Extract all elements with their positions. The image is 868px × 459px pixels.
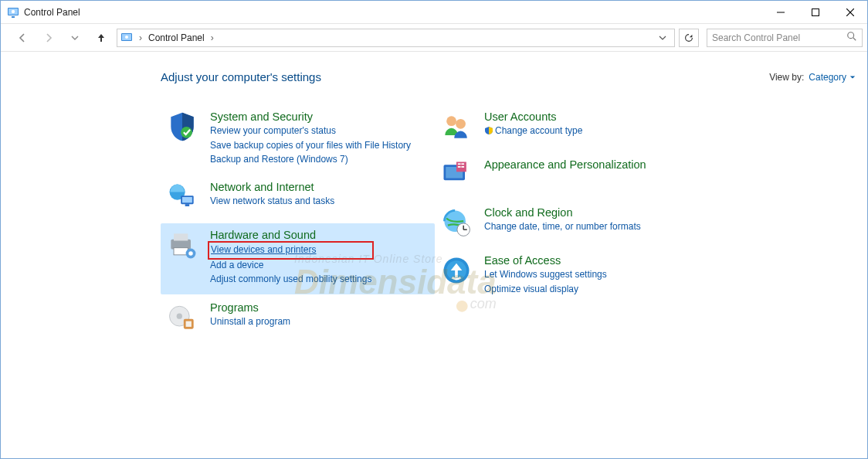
- svg-rect-18: [171, 240, 191, 250]
- search-box[interactable]: [707, 29, 863, 47]
- svg-rect-33: [461, 163, 464, 165]
- category-title[interactable]: Programs: [210, 301, 290, 314]
- svg-point-22: [188, 252, 193, 257]
- svg-rect-3: [12, 16, 15, 18]
- svg-point-24: [177, 313, 182, 318]
- svg-line-12: [853, 38, 856, 41]
- close-button[interactable]: [832, 1, 867, 24]
- svg-rect-16: [182, 197, 192, 202]
- svg-rect-17: [185, 204, 190, 206]
- svg-rect-26: [186, 321, 192, 326]
- task-link[interactable]: Save backup copies of your files with Fi…: [210, 139, 411, 152]
- svg-point-27: [446, 116, 456, 126]
- task-link-highlighted[interactable]: View devices and printers: [210, 243, 371, 257]
- svg-rect-15: [181, 196, 194, 204]
- task-link[interactable]: Add a device: [210, 259, 371, 272]
- viewby-dropdown[interactable]: Category: [809, 72, 856, 83]
- svg-point-23: [170, 306, 190, 326]
- viewby-label: View by:: [769, 72, 804, 83]
- minimize-button[interactable]: [763, 1, 798, 24]
- search-icon[interactable]: [846, 31, 857, 44]
- titlebar: Control Panel: [1, 1, 867, 24]
- back-button[interactable]: [12, 27, 33, 49]
- breadcrumb[interactable]: Control Panel: [148, 32, 205, 43]
- search-input[interactable]: [712, 32, 842, 43]
- task-link[interactable]: Change account type: [484, 124, 582, 138]
- control-panel-icon: [7, 6, 19, 19]
- svg-rect-19: [174, 234, 188, 241]
- category-title[interactable]: Clock and Region: [484, 206, 641, 219]
- task-link[interactable]: Change date, time, or number formats: [484, 220, 641, 233]
- svg-rect-5: [812, 8, 819, 15]
- task-link[interactable]: Review your computer's status: [210, 124, 411, 138]
- category-user-accounts: User Accounts Change account type: [435, 105, 709, 151]
- programs-icon[interactable]: [165, 301, 199, 335]
- category-title[interactable]: Ease of Access: [484, 253, 607, 267]
- category-ease-of-access: Ease of Access Let Windows suggest setti…: [435, 249, 709, 304]
- svg-rect-34: [458, 166, 461, 168]
- svg-line-6: [846, 8, 854, 16]
- page-title: Adjust your computer's settings: [161, 70, 321, 83]
- svg-rect-35: [461, 166, 464, 168]
- category-clock-region: Clock and Region Change date, time, or n…: [435, 201, 709, 247]
- svg-point-11: [848, 32, 854, 39]
- printer-icon[interactable]: [165, 228, 199, 262]
- chevron-right-icon[interactable]: ›: [139, 32, 142, 43]
- maximize-button[interactable]: [798, 1, 832, 24]
- svg-rect-31: [456, 162, 466, 172]
- svg-rect-1: [8, 8, 18, 15]
- svg-rect-8: [121, 33, 132, 41]
- category-appearance-personalization: Appearance and Personalization: [435, 153, 709, 199]
- task-link[interactable]: Let Windows suggest settings: [484, 268, 607, 281]
- viewby-value: Category: [809, 72, 846, 83]
- user-accounts-icon[interactable]: [439, 110, 473, 144]
- svg-point-37: [457, 223, 470, 236]
- svg-rect-20: [174, 248, 188, 255]
- forward-button[interactable]: [38, 27, 59, 49]
- category-hardware-sound: Hardware and Sound View devices and prin…: [161, 223, 435, 294]
- task-link[interactable]: View network status and tasks: [210, 195, 334, 208]
- refresh-button[interactable]: [679, 29, 699, 47]
- ease-of-access-icon[interactable]: [439, 253, 473, 287]
- svg-point-40: [444, 258, 470, 284]
- task-link[interactable]: Optimize visual display: [484, 283, 607, 296]
- address-dropdown[interactable]: [654, 29, 671, 46]
- svg-point-14: [170, 185, 185, 200]
- category-title[interactable]: User Accounts: [484, 110, 582, 124]
- svg-point-2: [12, 9, 15, 12]
- clock-globe-icon[interactable]: [439, 206, 473, 240]
- svg-rect-29: [444, 165, 466, 180]
- navbar: › Control Panel ›: [1, 24, 867, 52]
- svg-point-21: [186, 249, 196, 259]
- chevron-right-icon[interactable]: ›: [211, 32, 214, 43]
- task-link[interactable]: Uninstall a program: [210, 315, 290, 328]
- svg-point-41: [446, 260, 466, 280]
- control-panel-icon-small: [120, 32, 133, 44]
- svg-rect-30: [446, 167, 463, 178]
- category-programs: Programs Uninstall a program: [161, 296, 435, 342]
- address-bar[interactable]: › Control Panel ›: [117, 29, 675, 47]
- svg-point-13: [181, 127, 192, 138]
- uac-shield-icon: [484, 126, 493, 135]
- window-title: Control Panel: [24, 7, 763, 18]
- category-title[interactable]: System and Security: [210, 110, 411, 124]
- svg-line-7: [846, 8, 854, 16]
- category-title[interactable]: Appearance and Personalization: [484, 158, 646, 172]
- svg-rect-0: [8, 8, 19, 15]
- svg-rect-9: [122, 34, 131, 40]
- up-button[interactable]: [90, 27, 112, 49]
- svg-rect-25: [184, 318, 194, 328]
- appearance-icon[interactable]: [439, 158, 473, 192]
- recent-dropdown[interactable]: [64, 27, 86, 49]
- category-system-security: System and Security Review your computer…: [161, 105, 435, 174]
- svg-point-28: [456, 119, 466, 129]
- task-link[interactable]: Backup and Restore (Windows 7): [210, 153, 411, 166]
- svg-rect-32: [458, 163, 461, 165]
- category-title[interactable]: Hardware and Sound: [210, 228, 371, 242]
- category-title[interactable]: Network and Internet: [210, 180, 334, 194]
- category-network-internet: Network and Internet View network status…: [161, 175, 435, 222]
- globe-network-icon[interactable]: [165, 180, 199, 214]
- svg-point-36: [444, 210, 466, 232]
- shield-icon[interactable]: [165, 110, 199, 144]
- task-link[interactable]: Adjust commonly used mobility settings: [210, 273, 371, 286]
